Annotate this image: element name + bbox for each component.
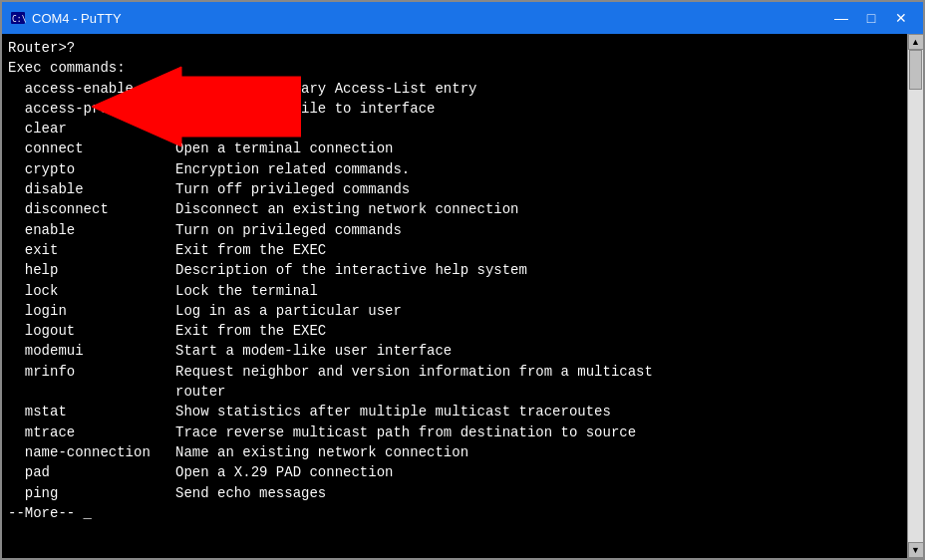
putty-window: C:\ COM4 - PuTTY — □ ✕ Router>? Exec com… bbox=[0, 0, 925, 560]
scrollbar-up-arrow[interactable]: ▲ bbox=[908, 34, 924, 50]
maximize-button[interactable]: □ bbox=[857, 6, 885, 30]
close-button[interactable]: ✕ bbox=[887, 6, 915, 30]
title-bar: C:\ COM4 - PuTTY — □ ✕ bbox=[2, 2, 923, 34]
window-title: COM4 - PuTTY bbox=[32, 11, 122, 26]
scrollbar-down-arrow[interactable]: ▼ bbox=[908, 542, 924, 558]
minimize-button[interactable]: — bbox=[827, 6, 855, 30]
title-bar-left: C:\ COM4 - PuTTY bbox=[10, 10, 122, 26]
scrollbar-thumb[interactable] bbox=[909, 50, 922, 90]
title-bar-controls: — □ ✕ bbox=[827, 6, 915, 30]
scrollbar-track[interactable] bbox=[908, 50, 923, 542]
svg-text:C:\: C:\ bbox=[12, 15, 26, 24]
terminal-icon: C:\ bbox=[10, 10, 26, 26]
terminal-wrapper: Router>? Exec commands: access-enable Cr… bbox=[2, 34, 923, 558]
terminal-output: Router>? Exec commands: access-enable Cr… bbox=[8, 38, 901, 523]
terminal-content[interactable]: Router>? Exec commands: access-enable Cr… bbox=[2, 34, 907, 558]
scrollbar[interactable]: ▲ ▼ bbox=[907, 34, 923, 558]
